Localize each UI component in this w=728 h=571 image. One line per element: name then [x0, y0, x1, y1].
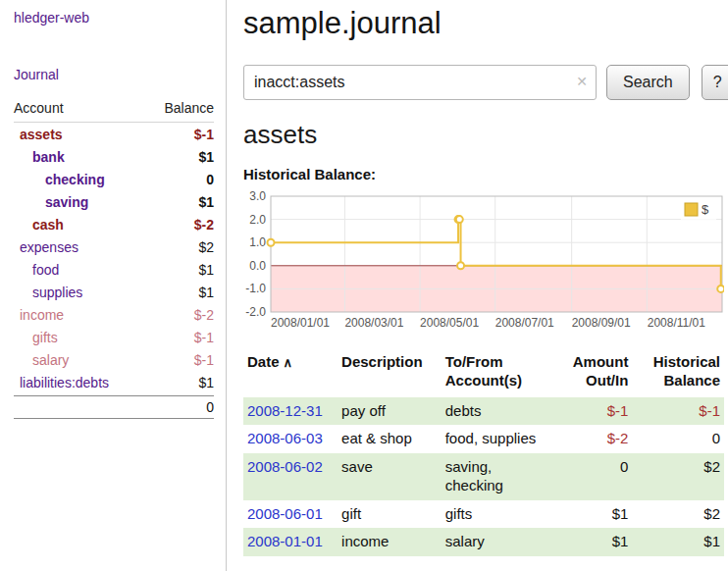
search-input[interactable] — [243, 65, 597, 100]
historical-balance-chart: $3.02.01.00.0-1.0-2.02008/01/012008/03/0… — [243, 188, 724, 334]
account-link-gifts[interactable]: gifts — [14, 330, 58, 345]
transaction-accounts: food, supplies — [442, 425, 569, 453]
register-row: 2008-06-03 eat & shop food, supplies $-2… — [243, 425, 724, 453]
transaction-amount: $1 — [569, 500, 633, 529]
sidebar-total-balance: 0 — [14, 395, 214, 419]
transaction-description: save — [338, 453, 442, 500]
date-header-label: Date — [247, 353, 280, 370]
app-title-link[interactable]: hledger-web — [14, 10, 214, 26]
account-link-saving[interactable]: saving — [14, 194, 88, 210]
svg-text:-1.0: -1.0 — [245, 282, 266, 295]
account-row-bank: bank $1 — [14, 145, 214, 168]
search-box: ✕ — [243, 65, 597, 100]
account-balance-supplies: $1 — [198, 285, 214, 300]
account-row-assets: assets $-1 — [14, 123, 214, 145]
account-link-supplies[interactable]: supplies — [14, 285, 82, 300]
main-content: sample.journal ✕ Search ? assets Histori… — [243, 0, 726, 556]
chart-title: Historical Balance: — [243, 166, 726, 182]
account-balance-checking: 0 — [206, 172, 214, 187]
search-button[interactable]: Search — [606, 65, 690, 100]
account-row-supplies: supplies $1 — [14, 281, 214, 303]
account-balance-table: Account Balance assets $-1 bank $1 check… — [14, 98, 214, 419]
transaction-date-cell: 2008-12-31 — [243, 397, 338, 426]
svg-text:0.0: 0.0 — [249, 259, 266, 273]
account-balance-saving: $1 — [198, 194, 214, 210]
transaction-date-link[interactable]: 2008-06-01 — [247, 505, 323, 522]
transaction-description: income — [338, 528, 442, 556]
account-row-expenses: expenses $2 — [14, 235, 214, 258]
account-balance-salary: $-1 — [194, 352, 214, 368]
svg-text:2008/03/01: 2008/03/01 — [344, 316, 403, 330]
page-title: sample.journal — [243, 6, 726, 41]
transaction-date-cell: 2008-06-01 — [243, 500, 338, 529]
account-row-food: food $1 — [14, 258, 214, 281]
svg-text:1.0: 1.0 — [249, 235, 266, 249]
transaction-date-link[interactable]: 2008-06-03 — [247, 430, 323, 446]
nav-journal-link[interactable]: Journal — [14, 67, 214, 82]
transaction-accounts: gifts — [442, 500, 569, 529]
account-link-bank[interactable]: bank — [14, 149, 65, 165]
svg-text:-2.0: -2.0 — [245, 305, 266, 319]
register-row: 2008-06-02 save saving, checking 0 $2 — [243, 453, 724, 500]
balance-column-header-register: Historical Balance — [632, 349, 724, 397]
sort-ascending-icon: ∧ — [284, 355, 293, 370]
account-balance-expenses: $2 — [198, 239, 214, 255]
account-row-cash: cash $-2 — [14, 213, 214, 235]
account-link-cash[interactable]: cash — [14, 217, 64, 233]
transaction-date-cell: 2008-01-01 — [243, 528, 338, 556]
svg-text:2008/11/01: 2008/11/01 — [648, 316, 705, 330]
transaction-accounts: saving, checking — [442, 453, 569, 500]
account-link-liabilities-debts[interactable]: liabilities:debts — [14, 375, 109, 390]
transaction-amount: $1 — [569, 528, 633, 556]
transaction-balance: $1 — [632, 528, 724, 556]
account-row-checking: checking 0 — [14, 168, 214, 190]
account-heading: assets — [243, 120, 726, 150]
date-column-header[interactable]: Date∧ — [243, 349, 338, 397]
clear-search-icon[interactable]: ✕ — [576, 75, 588, 88]
account-balance-bank: $1 — [198, 149, 214, 165]
svg-text:$: $ — [702, 202, 709, 217]
account-link-assets[interactable]: assets — [14, 127, 63, 142]
account-column-header-register: To/From Account(s) — [442, 349, 569, 397]
account-column-header: Account — [14, 100, 64, 116]
description-column-header: Description — [338, 349, 442, 397]
account-link-salary[interactable]: salary — [14, 352, 69, 368]
transaction-amount: 0 — [569, 453, 633, 500]
register-header-row: Date∧ Description To/From Account(s) Amo… — [243, 349, 724, 397]
account-balance-cash: $-2 — [194, 217, 214, 233]
sidebar: hledger-web Journal Account Balance asse… — [0, 0, 227, 571]
svg-text:2008/09/01: 2008/09/01 — [572, 316, 631, 330]
transaction-date-cell: 2008-06-02 — [243, 453, 338, 500]
transaction-accounts: salary — [442, 528, 569, 556]
transaction-balance: $2 — [632, 500, 724, 529]
account-balance-income: $-2 — [194, 307, 214, 323]
transaction-date-link[interactable]: 2008-06-02 — [247, 458, 323, 475]
account-row-salary: salary $-1 — [14, 348, 214, 371]
transaction-date-link[interactable]: 2008-12-31 — [247, 402, 323, 419]
help-button[interactable]: ? — [702, 65, 728, 100]
transaction-balance: $2 — [632, 453, 724, 500]
account-link-expenses[interactable]: expenses — [14, 239, 78, 255]
svg-text:2.0: 2.0 — [249, 213, 266, 227]
amount-column-header: Amount Out/In — [569, 349, 633, 397]
account-balance-gifts: $-1 — [194, 330, 214, 345]
transaction-balance: $-1 — [632, 397, 724, 426]
transaction-balance: 0 — [632, 425, 724, 453]
account-table-header: Account Balance — [14, 98, 214, 123]
register-row: 2008-01-01 income salary $1 $1 — [243, 528, 724, 556]
account-row-income: income $-2 — [14, 303, 214, 326]
transaction-date-cell: 2008-06-03 — [243, 425, 338, 453]
transaction-description: eat & shop — [338, 425, 442, 453]
account-link-checking[interactable]: checking — [14, 172, 105, 187]
account-row-liabilities-debts: liabilities:debts $1 — [14, 371, 214, 393]
register-row: 2008-06-01 gift gifts $1 $2 — [243, 500, 724, 529]
register-table: Date∧ Description To/From Account(s) Amo… — [243, 349, 724, 556]
transaction-date-link[interactable]: 2008-01-01 — [247, 533, 323, 549]
svg-text:2008/07/01: 2008/07/01 — [495, 316, 554, 330]
account-link-income[interactable]: income — [14, 307, 64, 323]
transaction-amount: $-1 — [569, 397, 633, 426]
transaction-description: pay off — [338, 397, 442, 426]
search-bar: ✕ Search ? — [243, 65, 726, 100]
account-link-food[interactable]: food — [14, 262, 59, 278]
account-balance-assets: $-1 — [194, 127, 214, 142]
